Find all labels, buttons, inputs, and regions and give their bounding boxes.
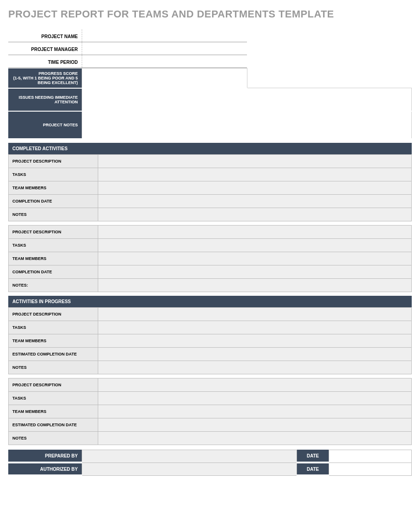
- est-completion-date-field[interactable]: [98, 418, 412, 431]
- tasks-label: TASKS: [9, 391, 98, 405]
- project-description-label: PROJECT DESCRIPTION: [9, 225, 98, 238]
- notes-label: NOTES: [9, 361, 98, 374]
- notes-label: NOTES:: [9, 278, 98, 292]
- team-members-field[interactable]: [98, 181, 412, 194]
- notes-field[interactable]: [98, 208, 412, 221]
- page-title: PROJECT REPORT FOR TEAMS AND DEPARTMENTS…: [8, 8, 412, 20]
- info-table: PROJECT NAME PROJECT MANAGER TIME PERIOD: [8, 29, 247, 68]
- team-members-field[interactable]: [98, 334, 412, 347]
- project-description-label: PROJECT DESCRIPTION: [9, 154, 98, 168]
- inprogress-group-1: PROJECT DESCRIPTION TASKS TEAM MEMBERS E…: [8, 307, 412, 374]
- authorized-by-field[interactable]: [82, 463, 297, 475]
- activities-in-progress-header: ACTIVITIES IN PROGRESS: [8, 296, 412, 307]
- project-description-field[interactable]: [98, 225, 412, 238]
- signoff-table: PREPARED BY DATE AUTHORIZED BY DATE: [8, 450, 412, 477]
- tasks-field[interactable]: [98, 168, 412, 181]
- prepared-by-label: PREPARED BY: [8, 450, 82, 463]
- project-notes-field[interactable]: [82, 111, 412, 139]
- tasks-field[interactable]: [98, 238, 412, 252]
- est-completion-date-field[interactable]: [98, 347, 412, 361]
- project-description-field[interactable]: [98, 378, 412, 391]
- tasks-field[interactable]: [98, 391, 412, 405]
- issues-label: ISSUES NEEDING IMMEDIATE ATTENTION: [8, 88, 82, 111]
- team-members-label: TEAM MEMBERS: [9, 405, 98, 418]
- team-members-label: TEAM MEMBERS: [9, 334, 98, 347]
- authorized-by-label: AUTHORIZED BY: [8, 463, 82, 475]
- team-members-label: TEAM MEMBERS: [9, 252, 98, 265]
- completed-activities-header: COMPLETED ACTIVITIES: [8, 143, 412, 154]
- prepared-by-field[interactable]: [82, 450, 297, 463]
- tasks-field[interactable]: [98, 321, 412, 334]
- project-description-label: PROJECT DESCRIPTION: [9, 378, 98, 391]
- time-period-field[interactable]: [82, 55, 247, 68]
- authorized-date-field[interactable]: [329, 463, 412, 475]
- notes-label: NOTES: [9, 208, 98, 221]
- progress-score-field[interactable]: [82, 68, 247, 88]
- completion-date-field[interactable]: [98, 265, 412, 278]
- project-name-field[interactable]: [82, 29, 247, 42]
- prepared-date-field[interactable]: [329, 450, 412, 463]
- notes-label: NOTES: [9, 431, 98, 445]
- progress-score-label: PROGRESS SCORE (1-5, WITH 1 BEING POOR A…: [8, 68, 82, 88]
- issues-field[interactable]: [82, 88, 412, 111]
- completed-group-2: PROJECT DESCRIPTION TASKS TEAM MEMBERS C…: [8, 225, 412, 292]
- notes-field[interactable]: [98, 361, 412, 374]
- completion-date-field[interactable]: [98, 194, 412, 208]
- est-completion-date-label: ESTIMATED COMPLETION DATE: [9, 347, 98, 361]
- prepared-date-label: DATE: [297, 450, 329, 463]
- team-members-field[interactable]: [98, 252, 412, 265]
- completion-date-label: COMPLETION DATE: [9, 194, 98, 208]
- notes-field[interactable]: [98, 278, 412, 292]
- summary-table: PROGRESS SCORE (1-5, WITH 1 BEING POOR A…: [8, 68, 412, 139]
- team-members-label: TEAM MEMBERS: [9, 181, 98, 194]
- project-description-label: PROJECT DESCRIPTION: [9, 307, 98, 321]
- est-completion-date-label: ESTIMATED COMPLETION DATE: [9, 418, 98, 431]
- inprogress-group-2: PROJECT DESCRIPTION TASKS TEAM MEMBERS E…: [8, 378, 412, 445]
- project-notes-label: PROJECT NOTES: [8, 111, 82, 139]
- project-manager-label: PROJECT MANAGER: [8, 42, 82, 55]
- completed-group-1: PROJECT DESCRIPTION TASKS TEAM MEMBERS C…: [8, 154, 412, 221]
- project-manager-field[interactable]: [82, 42, 247, 55]
- authorized-date-label: DATE: [297, 463, 329, 475]
- tasks-label: TASKS: [9, 321, 98, 334]
- project-name-label: PROJECT NAME: [8, 29, 82, 42]
- team-members-field[interactable]: [98, 405, 412, 418]
- time-period-label: TIME PERIOD: [8, 55, 82, 68]
- project-description-field[interactable]: [98, 307, 412, 321]
- tasks-label: TASKS: [9, 168, 98, 181]
- tasks-label: TASKS: [9, 238, 98, 252]
- project-description-field[interactable]: [98, 154, 412, 168]
- completion-date-label: COMPLETION DATE: [9, 265, 98, 278]
- notes-field[interactable]: [98, 431, 412, 445]
